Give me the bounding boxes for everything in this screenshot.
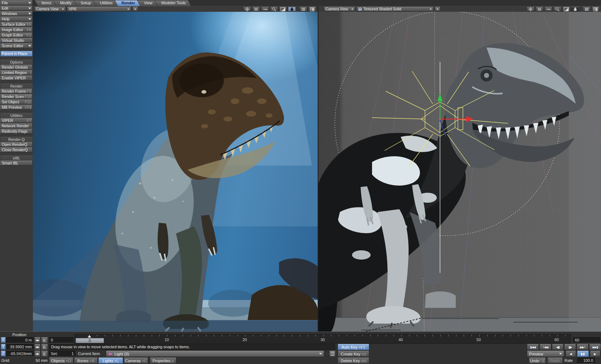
y-nudge-stepper[interactable]: ◀▶	[34, 344, 40, 350]
status-bar: Drag mouse in view to move selected item…	[49, 344, 335, 350]
render-scene-button[interactable]: Render SceneF10	[0, 94, 33, 99]
mb-preview-button[interactable]: MB Preview+F9	[0, 105, 33, 110]
vpr-render-image	[33, 12, 318, 331]
rotate-icon[interactable]	[536, 7, 543, 11]
x-position-field[interactable]: 0 m	[6, 337, 34, 343]
item-list-button[interactable]	[329, 351, 336, 357]
close-renderq-button[interactable]: Close RenderQ	[0, 147, 33, 152]
set-field[interactable]: Set:1	[49, 351, 75, 357]
tab-setup[interactable]: Setup	[74, 0, 96, 6]
z-envelope-button[interactable]: E	[41, 351, 48, 357]
go-to-end-button[interactable]: ▶▶▮	[589, 344, 601, 350]
tab-render[interactable]: Render	[115, 0, 140, 6]
z-position-field[interactable]: -65.0419mm	[6, 351, 34, 357]
play-forward-button[interactable]: ▶	[590, 351, 600, 357]
menu-file[interactable]: File	[0, 0, 33, 5]
tab-items[interactable]: Items	[35, 0, 56, 6]
undo-button[interactable]: Undo^Z	[529, 358, 546, 364]
create-key-button[interactable]: Create Keyret	[338, 351, 369, 357]
viewport-divider[interactable]	[318, 6, 318, 331]
redo-button[interactable]: Redo	[547, 358, 563, 364]
preview-dropdown[interactable]: Preview	[527, 351, 564, 357]
x-axis-button[interactable]: X	[1, 337, 6, 343]
auto-key-button[interactable]: Auto Key+F1	[338, 344, 369, 350]
vpr-viewport-canvas[interactable]	[33, 12, 318, 331]
smart-ibl-button[interactable]: Smart IBL	[0, 161, 33, 166]
move-icon[interactable]	[243, 7, 251, 11]
delete-key-button[interactable]: Delete Keydel	[338, 358, 369, 364]
z-nudge-stepper[interactable]: ◀▶	[34, 351, 40, 357]
render-globals-button[interactable]: Render Globals	[0, 65, 33, 70]
previous-key-button[interactable]: +◀◀	[539, 344, 551, 350]
layout-icon[interactable]	[592, 7, 600, 11]
left-header-options-dropdown[interactable]	[132, 7, 138, 11]
timeline-tick-10: 10	[165, 338, 169, 342]
tab-modeler-tools[interactable]: Modeler Tools	[155, 0, 191, 6]
tab-view[interactable]: View	[137, 0, 157, 6]
select-bones-button[interactable]: Bones+B	[74, 358, 98, 364]
magnify-icon[interactable]	[270, 7, 278, 11]
z-axis-button[interactable]: Z	[1, 351, 6, 356]
virtual-studio-button[interactable]: Virtual Studio	[0, 38, 33, 43]
x-envelope-button[interactable]: E	[41, 337, 48, 343]
right-header-options-dropdown[interactable]	[435, 7, 440, 11]
menu-icon[interactable]	[299, 7, 307, 11]
image-editor-button[interactable]: Image EditorF6	[0, 27, 33, 32]
menu-edit[interactable]: Edit	[0, 6, 33, 11]
minmax-icon[interactable]	[562, 7, 570, 11]
scene-editor-button[interactable]: Scene Editor	[0, 43, 33, 48]
next-key-button[interactable]: ▶▶+	[577, 344, 588, 350]
surface-editor-button[interactable]: Surface EditorF5	[0, 22, 33, 27]
play-reverse-button[interactable]: ◀	[566, 351, 576, 357]
graph-editor-button[interactable]: Graph Editor^F2	[0, 33, 33, 38]
x-nudge-stepper[interactable]: ◀▶	[34, 337, 40, 343]
step-forward-button[interactable]: ▮▶	[564, 344, 576, 350]
shaded-viewport-canvas[interactable]	[318, 12, 601, 331]
chevron-down-icon	[28, 13, 31, 15]
parent-in-place-button[interactable]: Parent in Place	[0, 51, 33, 56]
layout-icon[interactable]	[308, 7, 316, 11]
properties-button[interactable]: Propertiesp	[150, 358, 176, 364]
current-frame-field[interactable]: 0	[49, 337, 73, 343]
orbit-icon[interactable]	[261, 7, 269, 11]
y-envelope-button[interactable]: E	[41, 344, 48, 350]
chevron-down-icon	[62, 9, 64, 10]
open-renderq-button[interactable]: Open RenderQ	[0, 142, 33, 147]
sel-object-button[interactable]: Sel ObjectF11	[0, 99, 33, 104]
left-view-type-dropdown[interactable]: Camera View	[34, 7, 66, 11]
go-to-start-button[interactable]: ▮◀◀	[527, 344, 539, 350]
pause-button[interactable]: ▮▮	[577, 351, 589, 357]
radiosity-flags-button[interactable]: Radiosity Flags	[0, 129, 33, 134]
item-list-icon	[331, 352, 334, 356]
right-render-mode-dropdown[interactable]: TTextured Shaded Solid	[356, 7, 434, 11]
render-icon[interactable]	[571, 7, 579, 11]
y-axis-button[interactable]: Y	[1, 344, 6, 350]
magnify-icon[interactable]	[553, 7, 561, 11]
orbit-icon[interactable]	[544, 7, 552, 11]
left-render-mode-dropdown[interactable]: VPR	[67, 7, 131, 11]
viper-button[interactable]: VIPERF7	[0, 118, 33, 123]
current-item-dropdown[interactable]: Light (3)	[106, 351, 324, 357]
enable-viper-button[interactable]: Enable VIPER	[0, 75, 33, 80]
select-cameras-button[interactable]: Cameras+C	[124, 358, 148, 364]
rotate-icon[interactable]	[252, 7, 260, 11]
minmax-icon[interactable]	[279, 7, 287, 11]
end-frame-field[interactable]: 60	[573, 337, 600, 343]
select-objects-button[interactable]: Objects+O	[49, 358, 73, 364]
step-back-button[interactable]: ◀▮	[552, 344, 564, 350]
menu-icon[interactable]	[583, 7, 591, 11]
tab-utilities[interactable]: Utilities	[93, 0, 117, 6]
move-icon[interactable]	[527, 7, 534, 11]
frame-slider-handle[interactable]: 0	[75, 338, 104, 343]
render-frame-button[interactable]: Render FrameF9	[0, 89, 33, 94]
limited-region-button[interactable]: Limited Regionl	[0, 70, 33, 75]
menu-help[interactable]: Help	[0, 16, 33, 21]
y-position-field[interactable]: 39.9992 mm	[6, 344, 34, 350]
rate-value-field[interactable]: 100.0 %	[577, 358, 595, 364]
right-view-type-dropdown[interactable]: Camera View	[324, 7, 355, 11]
select-lights-button[interactable]: Lights+L	[98, 358, 123, 364]
menu-windows[interactable]: Windows	[0, 11, 33, 16]
tab-modify[interactable]: Modify	[54, 0, 77, 6]
network-render-button[interactable]: Network Render	[0, 123, 33, 128]
render-icon[interactable]	[288, 7, 296, 11]
